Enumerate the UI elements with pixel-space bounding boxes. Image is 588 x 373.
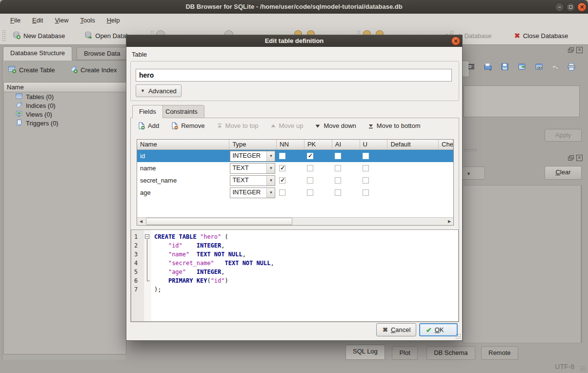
scroll-left-arrow[interactable]: ◀	[137, 218, 145, 225]
fold-marker-icon[interactable]: −	[144, 232, 151, 241]
tab-database-structure[interactable]: Database Structure	[3, 46, 72, 61]
field-name-cell[interactable]: secret_name	[137, 174, 229, 186]
field-row-secret-name[interactable]: secret_nameTEXT▼	[137, 174, 453, 186]
open-file-icon[interactable]	[484, 62, 492, 73]
field-default-cell[interactable]	[387, 150, 439, 162]
window-maximize-button[interactable]	[566, 2, 575, 12]
dock-drag-handle[interactable]	[464, 148, 477, 151]
type-dropdown[interactable]: TEXT▼	[230, 163, 275, 174]
menu-item-help[interactable]: Help	[101, 15, 125, 25]
tree-item-tables[interactable]: Tables (0)	[4, 92, 126, 101]
field-check-cell[interactable]	[439, 186, 453, 199]
ai-checkbox[interactable]	[335, 189, 341, 196]
dock-close-button[interactable]: ✕	[576, 155, 583, 161]
window-minimize-button[interactable]: –	[555, 2, 564, 12]
u-checkbox[interactable]	[363, 153, 369, 159]
tree-item-triggers[interactable]: Triggers (0)	[4, 119, 126, 127]
field-name-cell[interactable]: age	[137, 186, 229, 199]
dialog-close-button[interactable]: ✕	[451, 37, 460, 45]
grid-horizontal-scrollbar[interactable]: ◀ ▶	[137, 217, 453, 225]
menu-item-view[interactable]: View	[49, 15, 74, 25]
u-checkbox[interactable]	[363, 177, 369, 184]
ok-button[interactable]: ✔ OK	[419, 323, 458, 336]
type-dropdown[interactable]: INTEGER▼	[230, 151, 275, 162]
pk-checkbox[interactable]	[307, 165, 313, 171]
indent-icon[interactable]	[467, 63, 475, 72]
remove-button[interactable]: Remove	[171, 122, 204, 129]
field-row-age[interactable]: ageINTEGER▼	[137, 186, 453, 199]
menu-item-file[interactable]: File	[5, 15, 26, 25]
field-check-cell[interactable]	[439, 174, 453, 186]
tab-sql-log[interactable]: SQL Log	[345, 345, 385, 360]
tab-browse-data[interactable]: Browse Data	[77, 47, 127, 60]
chevron-down-icon[interactable]: ▼	[266, 188, 275, 198]
field-default-cell[interactable]	[387, 162, 439, 174]
dock-float-button[interactable]	[568, 47, 574, 53]
field-row-id[interactable]: idINTEGER▼	[137, 150, 453, 162]
nn-checkbox[interactable]	[279, 177, 285, 184]
print-icon[interactable]	[567, 62, 576, 73]
nn-checkbox[interactable]	[279, 153, 285, 159]
move-to-bottom-button[interactable]: Move to bottom	[368, 122, 421, 129]
window-close-button[interactable]: ✕	[577, 2, 587, 12]
create-table-button[interactable]: Create Table	[8, 65, 55, 75]
log-filter-dropdown[interactable]: ▼	[461, 166, 485, 180]
type-dropdown[interactable]: TEXT▼	[230, 175, 275, 186]
scrollbar-thumb[interactable]	[146, 218, 292, 225]
close-database-button[interactable]: ✖ Close Database	[510, 30, 572, 41]
field-name-cell[interactable]: name	[137, 162, 229, 174]
field-check-cell[interactable]	[439, 150, 453, 162]
pk-checkbox[interactable]	[307, 177, 313, 184]
field-default-cell[interactable]	[387, 174, 439, 186]
menu-item-tools[interactable]: Tools	[75, 15, 100, 25]
ai-checkbox[interactable]	[335, 153, 341, 159]
type-dropdown[interactable]: INTEGER▼	[230, 187, 275, 198]
field-row-name[interactable]: nameTEXT▼	[137, 162, 453, 174]
create-index-button[interactable]: Create Index	[70, 65, 117, 75]
dock-close-button[interactable]: ✕	[576, 47, 583, 53]
tab-fields[interactable]: Fields	[132, 105, 163, 118]
pk-checkbox[interactable]	[307, 153, 313, 159]
u-checkbox[interactable]	[363, 165, 369, 171]
add-button[interactable]: Add	[138, 122, 159, 129]
move-down-button[interactable]: Move down	[315, 122, 356, 129]
tab-db-schema[interactable]: DB Schema	[426, 346, 475, 360]
chevron-down-icon[interactable]: ▼	[266, 164, 275, 173]
dialog-resize-grip[interactable]	[455, 333, 461, 339]
tree-item-views[interactable]: Views (0)	[4, 110, 126, 119]
remove-icon[interactable]	[552, 63, 559, 72]
tab-plot[interactable]: Plot	[392, 346, 417, 360]
ai-checkbox[interactable]	[335, 165, 341, 171]
execute-icon[interactable]	[518, 62, 527, 73]
tab-remote[interactable]: Remote	[481, 346, 518, 360]
ai-checkbox[interactable]	[335, 177, 341, 184]
dock-list[interactable]	[464, 85, 580, 117]
field-check-cell[interactable]	[439, 162, 453, 174]
advanced-toggle-button[interactable]: ▼ Advanced	[136, 84, 182, 97]
link-icon[interactable]	[535, 62, 544, 73]
toolbar-drag-handle[interactable]	[2, 30, 6, 41]
chevron-down-icon[interactable]: ▼	[266, 151, 275, 161]
tree-item-indices[interactable]: Indices (0)	[4, 101, 126, 110]
scroll-right-arrow[interactable]: ▶	[446, 218, 453, 225]
nn-checkbox[interactable]	[279, 189, 285, 196]
dialog-titlebar[interactable]: Edit table definition	[126, 35, 462, 47]
scrollbar-track[interactable]	[145, 218, 446, 225]
move-up-button[interactable]: Move up	[270, 122, 304, 129]
field-default-cell[interactable]	[387, 186, 439, 199]
new-database-button[interactable]: New Database	[9, 29, 69, 42]
cancel-button[interactable]: ✖ Cancel	[376, 323, 416, 336]
clear-button[interactable]: Clear	[545, 166, 582, 180]
apply-button[interactable]: Apply	[545, 129, 582, 142]
tree-header-name[interactable]: Name	[4, 83, 126, 92]
nn-checkbox[interactable]	[279, 165, 285, 171]
window-resize-grip[interactable]	[580, 366, 586, 372]
menu-item-edit[interactable]: Edit	[27, 15, 48, 25]
tab-constraints[interactable]: Constraints	[159, 105, 204, 118]
u-checkbox[interactable]	[363, 189, 369, 196]
pk-checkbox[interactable]	[307, 189, 313, 196]
field-name-cell[interactable]: id	[137, 150, 229, 162]
sql-fold-margin[interactable]: −	[144, 230, 151, 321]
table-name-input[interactable]	[136, 69, 452, 82]
sql-log-area[interactable]	[463, 185, 582, 343]
